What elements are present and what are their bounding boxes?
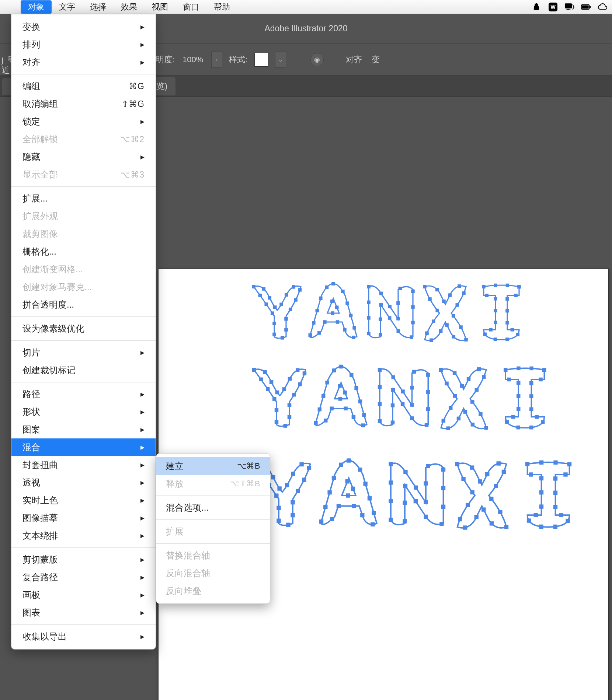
menu-item[interactable]: 形状▶	[11, 403, 156, 421]
svg-rect-274	[539, 504, 543, 508]
svg-rect-55	[388, 316, 392, 320]
object-menu-dropdown: 变换▶排列▶对齐▶编组⌘G取消编组⇧⌘G锁定▶全部解锁⌥⌘2隐藏▶显示全部⌥⌘3…	[11, 14, 156, 650]
qq-icon[interactable]	[531, 2, 541, 12]
menu-item[interactable]: 图表▶	[11, 604, 156, 622]
svg-rect-109	[288, 415, 292, 419]
svg-rect-41	[331, 311, 334, 315]
menu-item[interactable]: 实时上色▶	[11, 491, 156, 509]
menu-text[interactable]: 文字	[52, 0, 83, 14]
opacity-value[interactable]: 100%	[181, 53, 205, 67]
svg-rect-245	[485, 472, 489, 476]
recolor-artwork-icon[interactable]: ◉	[310, 53, 324, 66]
svg-rect-104	[296, 368, 300, 372]
align-label[interactable]: 对齐	[344, 52, 364, 67]
svg-rect-158	[475, 388, 479, 392]
svg-rect-265	[553, 476, 557, 480]
style-swatch[interactable]	[254, 53, 268, 67]
svg-rect-34	[323, 320, 327, 324]
svg-rect-211	[371, 522, 375, 526]
battery-icon[interactable]	[581, 2, 591, 12]
svg-rect-252	[490, 521, 494, 525]
menu-help[interactable]: 帮助	[206, 0, 237, 14]
svg-rect-45	[379, 292, 383, 295]
menu-item[interactable]: 封套扭曲▶	[11, 456, 156, 474]
menu-item[interactable]: 隐藏▶	[11, 148, 156, 166]
menu-item[interactable]: 剪切蒙版▶	[11, 551, 156, 568]
menu-item[interactable]: 对齐▶	[11, 53, 156, 71]
svg-rect-133	[338, 384, 342, 388]
menu-item[interactable]: 变换▶	[11, 18, 156, 36]
svg-rect-79	[428, 297, 432, 301]
svg-rect-69	[452, 314, 455, 318]
svg-rect-66	[458, 284, 461, 288]
svg-rect-64	[442, 300, 446, 303]
menu-object[interactable]: 对象	[21, 0, 52, 14]
menu-item[interactable]: 锁定▶	[11, 113, 156, 130]
more-label[interactable]: 变	[370, 52, 381, 67]
menu-item[interactable]: 创建裁切标记	[11, 361, 156, 379]
svg-rect-194	[299, 462, 303, 466]
svg-rect-53	[410, 335, 413, 339]
svg-rect-96	[494, 297, 497, 301]
menu-item[interactable]: 图像描摹▶	[11, 509, 156, 527]
menu-item[interactable]: 混合▶	[11, 438, 156, 456]
svg-rect-231	[441, 486, 445, 490]
menu-view[interactable]: 视图	[145, 0, 175, 14]
svg-rect-145	[401, 402, 405, 406]
svg-rect-117	[350, 373, 354, 377]
menu-item[interactable]: 复合路径▶	[11, 568, 156, 586]
display-icon[interactable]	[564, 2, 574, 12]
menu-item[interactable]: 拼合透明度...	[11, 296, 156, 314]
svg-rect-271	[539, 525, 543, 529]
svg-rect-173	[542, 368, 546, 372]
style-label: 样式:	[229, 54, 247, 65]
svg-rect-18	[284, 317, 288, 321]
svg-rect-86	[505, 309, 509, 313]
wps-icon[interactable]: W	[548, 2, 558, 12]
svg-rect-179	[541, 420, 545, 424]
svg-rect-118	[354, 386, 358, 390]
menu-item[interactable]: 透视▶	[11, 474, 156, 491]
svg-rect-129	[325, 381, 329, 385]
svg-rect-137	[410, 403, 414, 407]
style-dropdown[interactable]: ⌵	[275, 52, 286, 68]
svg-rect-225	[403, 470, 407, 474]
svg-rect-153	[453, 371, 457, 375]
creative-cloud-icon[interactable]	[598, 2, 608, 12]
svg-rect-97	[485, 294, 489, 297]
menu-item[interactable]: 图案▶	[11, 421, 156, 438]
menu-item[interactable]: 画板▶	[11, 586, 156, 604]
svg-rect-48	[396, 301, 400, 305]
svg-rect-260	[525, 462, 529, 466]
menu-effect[interactable]: 效果	[114, 0, 145, 14]
menu-select[interactable]: 选择	[83, 0, 114, 14]
svg-rect-2	[565, 3, 572, 8]
svg-rect-242	[455, 462, 459, 466]
menu-item: 创建对象马赛克...	[11, 278, 156, 296]
svg-rect-49	[398, 287, 402, 290]
svg-rect-144	[410, 416, 414, 420]
svg-rect-255	[463, 525, 467, 529]
menu-item[interactable]: 取消编组⇧⌘G	[11, 95, 156, 113]
svg-rect-166	[442, 419, 446, 423]
menu-item[interactable]: 文本绕排▶	[11, 527, 156, 545]
menu-window[interactable]: 窗口	[175, 0, 206, 14]
menu-item[interactable]: 设为像素级优化	[11, 320, 156, 337]
menu-item[interactable]: 路径▶	[11, 385, 156, 403]
submenu-item[interactable]: 混合选项...	[156, 499, 270, 517]
menu-item[interactable]: 切片▶	[11, 344, 156, 361]
svg-rect-91	[494, 337, 497, 341]
svg-rect-141	[426, 390, 430, 394]
svg-rect-21	[272, 333, 276, 336]
svg-rect-17	[289, 308, 292, 311]
menu-item[interactable]: 排列▶	[11, 36, 156, 53]
submenu-item[interactable]: 建立⌥⌘B	[156, 457, 270, 475]
svg-rect-51	[411, 305, 415, 309]
svg-rect-134	[378, 368, 382, 372]
menu-item: 显示全部⌥⌘3	[11, 166, 156, 183]
menu-item[interactable]: 栅格化...	[11, 243, 156, 260]
menu-item[interactable]: 编组⌘G	[11, 77, 156, 95]
opacity-stepper[interactable]: ›	[211, 52, 222, 68]
menu-item[interactable]: 收集以导出▶	[11, 628, 156, 645]
menu-item[interactable]: 扩展...	[11, 190, 156, 207]
